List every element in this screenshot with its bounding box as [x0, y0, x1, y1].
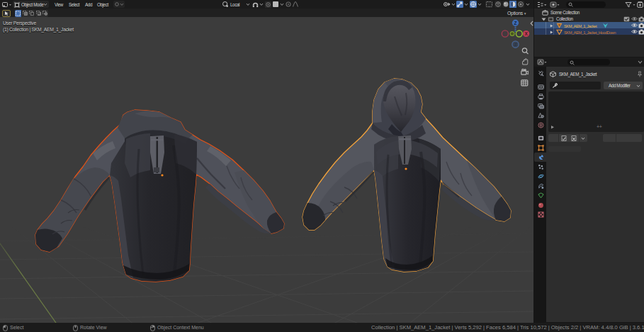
svg-text:Z: Z [514, 21, 517, 26]
svg-text:X: X [524, 31, 528, 36]
svg-text:Z: Z [514, 43, 517, 47]
